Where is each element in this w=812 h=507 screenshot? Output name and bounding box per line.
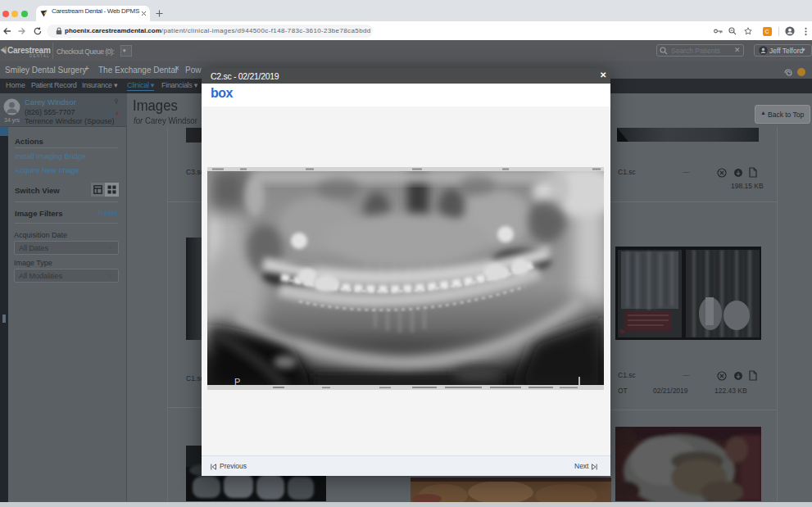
svg-text:P: P: [234, 377, 240, 387]
